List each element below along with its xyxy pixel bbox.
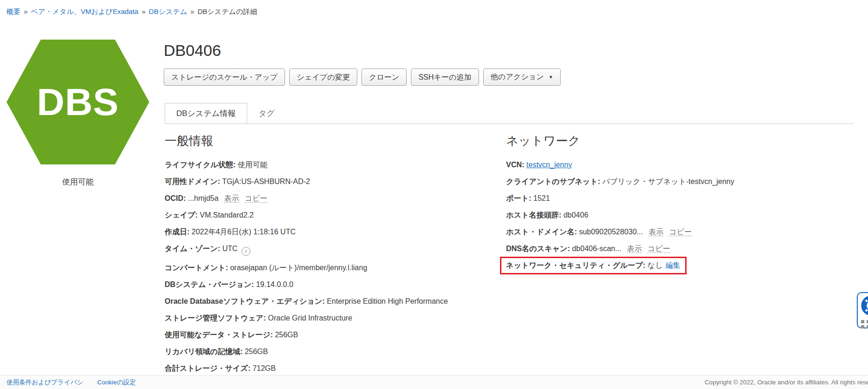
field-value-link[interactable]: testvcn_jenny [527,161,572,169]
field-row: リカバリ領域の記憶域: 256GB [165,347,512,356]
general-info-fields: ライフサイクル状態: 使用可能可用性ドメイン: TGjA:US-ASHBURN-… [165,160,512,373]
field-value: db0406 [563,211,588,219]
field-row: VCN: testvcn_jenny [506,160,786,170]
field-label: ポート: [506,194,531,202]
field-value: パブリック・サブネット-testvcn_jenny [602,177,734,185]
copy-link[interactable]: コピー [245,194,268,203]
field-row: ストレージ管理ソフトウェア: Oracle Grid Infrastructur… [165,314,512,323]
field-label: ホスト・ドメイン名: [506,228,577,236]
field-label: シェイプ: [165,211,198,219]
field-label: ホスト名接頭辞: [506,211,561,219]
network-heading: ネットワーク [506,134,786,148]
general-info-heading: 一般情報 [165,134,512,148]
field-row: コンパートメント: orasejapan (ルート)/member/jenny.… [165,263,512,273]
breadcrumb-link[interactable]: DBシステム [149,7,187,15]
tab-tags[interactable]: タグ [247,103,286,123]
field-value: 1521 [534,194,550,202]
db-system-hexagon-icon: DBS [7,40,149,164]
db-system-details-page: { "breadcrumb": { "separator": "»", "ite… [0,0,868,389]
field-row: ホスト名接頭辞: db0406 [506,211,786,220]
field-label: 使用可能なデータ・ストレージ: [165,331,273,339]
field-row: ポート: 1521 [506,194,786,203]
field-value: 256GB [275,331,298,339]
breadcrumb-current: DBシステムの詳細 [198,7,257,15]
field-label: 合計ストレージ・サイズ: [165,364,250,372]
breadcrumb-separator: » [142,7,146,15]
field-value: ...hmjd5a [188,194,219,202]
action-button[interactable]: シェイプの変更 [289,68,357,86]
field-row: クライアントのサブネット: パブリック・サブネット-testvcn_jenny [506,177,786,186]
breadcrumb-separator: » [190,7,194,15]
field-value: 256GB [245,348,268,355]
resource-icon-block: DBS 使用可能 [7,40,149,187]
field-value: Oracle Grid Infrastructure [268,314,353,322]
tab-bar: DBシステム情報タグ [165,103,854,124]
general-info-section: 一般情報 ライフサイクル状態: 使用可能可用性ドメイン: TGjA:US-ASH… [165,131,512,381]
cookie-settings-link[interactable]: Cookieの設定 [97,378,136,387]
action-button[interactable]: ストレージのスケール・アップ [164,68,285,86]
show-link[interactable]: 表示 [648,228,663,236]
field-row: 作成日: 2022年4月6日(水) 1:18:16 UTC [165,227,512,237]
field-row: 合計ストレージ・サイズ: 712GB [165,364,512,373]
field-label: ストレージ管理ソフトウェア: [165,314,266,322]
more-actions-button[interactable]: 他のアクション▼ [483,68,561,86]
field-row: タイム・ゾーン: UTCi [165,244,512,256]
field-label: クライアントのサブネット: [506,177,600,185]
field-value: VM.Standard2.2 [200,211,254,219]
field-value: なし [647,261,663,269]
copy-link[interactable]: コピー [669,228,692,236]
terms-privacy-link[interactable]: 使用条件およびプライバシ [7,378,83,387]
field-label: OCID: [165,194,186,202]
field-label: コンパートメント: [165,264,228,272]
breadcrumb-link[interactable]: ベア・メタル、VMおよびExadata [31,7,138,15]
tab-db-system-info[interactable]: DBシステム情報 [165,103,247,123]
field-value: TGjA:US-ASHBURN-AD-2 [222,177,310,185]
edit-link[interactable]: 編集 [666,261,681,269]
field-label: DNS名のスキャン: [506,245,570,253]
copy-link[interactable]: コピー [647,245,670,253]
chevron-down-icon: ▼ [549,75,553,80]
field-value: 712GB [252,364,276,372]
field-value: Enterprise Edition High Performance [327,297,448,305]
network-section: ネットワーク VCN: testvcn_jennyクライアントのサブネット: パ… [506,131,786,278]
widget-dots-decoration [861,320,868,328]
field-row: Oracle Databaseソフトウェア・エディション: Enterprise… [165,297,512,306]
breadcrumb-link[interactable]: 概要 [7,7,21,15]
field-label: ネットワーク・セキュリティ・グループ: [506,261,646,269]
show-link[interactable]: 表示 [627,245,642,253]
field-label: ライフサイクル状態: [165,161,236,169]
field-row: ライフサイクル状態: 使用可能 [165,160,512,170]
field-value: 2022年4月6日(水) 1:18:16 UTC [192,228,296,236]
action-button[interactable]: SSHキーの追加 [411,68,479,86]
field-label: Oracle Databaseソフトウェア・エディション: [165,297,325,305]
field-label: VCN: [506,161,524,169]
field-label: DBシステム・バージョン: [165,280,254,288]
field-row: OCID: ...hmjd5a表示コピー [165,194,512,203]
action-button[interactable]: クローン [361,68,407,86]
network-fields: VCN: testvcn_jennyクライアントのサブネット: パブリック・サブ… [506,160,786,278]
footer: 使用条件およびプライバシ Cookieの設定 Copyright © 2022,… [0,375,868,389]
field-value: 19.14.0.0.0 [256,280,293,288]
field-row: ネットワーク・セキュリティ・グループ: なし編集 [500,257,687,274]
page-title: DB0406 [164,41,221,60]
support-chat-widget[interactable] [857,292,868,328]
more-actions-label: 他のアクション [491,73,544,81]
breadcrumb-separator: » [24,7,28,15]
info-icon[interactable]: i [242,247,250,256]
field-label: 作成日: [165,228,189,236]
field-row: DNS名のスキャン: db0406-scan...表示コピー [506,244,786,253]
field-value: db0406-scan... [572,245,621,253]
field-value: orasejapan (ルート)/member/jenny.l.liang [230,264,367,272]
status-badge: 使用可能 [7,177,149,187]
field-value: 使用可能 [237,161,267,169]
field-value: UTC [222,245,238,253]
field-row: ホスト・ドメイン名: sub09020528030...表示コピー [506,227,786,237]
copyright-text: Copyright © 2022, Oracle and/or its affi… [705,379,868,386]
field-row: 使用可能なデータ・ストレージ: 256GB [165,330,512,340]
show-link[interactable]: 表示 [224,194,239,203]
breadcrumb: 概要»ベア・メタル、VMおよびExadata»DBシステム»DBシステムの詳細 [7,7,257,16]
field-label: 可用性ドメイン: [165,177,220,185]
field-value: sub09020528030... [579,228,643,236]
field-row: 可用性ドメイン: TGjA:US-ASHBURN-AD-2 [165,177,512,186]
field-label: タイム・ゾーン: [165,245,220,253]
